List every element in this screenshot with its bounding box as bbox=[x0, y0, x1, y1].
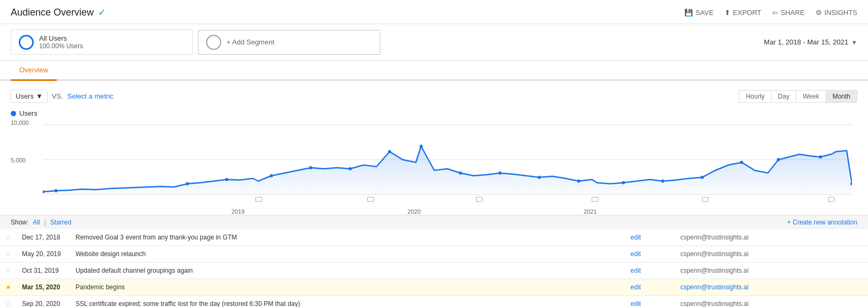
insights-button[interactable]: ⚙ INSIGHTS bbox=[816, 9, 857, 17]
page-title: Audience Overview bbox=[11, 7, 94, 18]
svg-point-11 bbox=[419, 145, 422, 148]
svg-point-7 bbox=[270, 174, 273, 177]
separator: | bbox=[44, 219, 46, 226]
metric-dropdown[interactable]: Users ▼ bbox=[11, 89, 48, 103]
segment-name: All Users bbox=[39, 34, 83, 42]
show-label: Show: bbox=[11, 219, 28, 226]
segment-circle bbox=[19, 35, 34, 50]
svg-point-13 bbox=[499, 171, 502, 175]
annotation-email: cspenn@trustinsights.ai bbox=[675, 246, 868, 263]
year-2019: 2019 bbox=[231, 208, 244, 215]
svg-point-4 bbox=[55, 189, 58, 192]
time-btn-week[interactable]: Week bbox=[796, 90, 826, 103]
time-btn-day[interactable]: Day bbox=[772, 90, 796, 103]
add-segment-button[interactable]: + Add Segment bbox=[198, 30, 380, 55]
export-icon: ⬆ bbox=[724, 9, 730, 17]
annotation-email: cspenn@trustinsights.ai bbox=[675, 296, 868, 308]
svg-point-16 bbox=[622, 181, 625, 184]
annotations-table: ☆ Dec 17, 2018 Removed Goal 3 event from… bbox=[0, 229, 868, 307]
annotation-description: Updated default channel groupings again bbox=[70, 263, 625, 279]
time-btn-hourly[interactable]: Hourly bbox=[739, 90, 772, 103]
svg-point-5 bbox=[186, 182, 189, 185]
metric-dropdown-label: Users bbox=[16, 92, 34, 100]
svg-point-9 bbox=[349, 167, 352, 170]
year-2021: 2021 bbox=[584, 208, 597, 215]
chevron-down-icon: ▼ bbox=[851, 39, 857, 46]
active-segment: All Users 100.00% Users bbox=[11, 29, 193, 55]
annotation-edit-button[interactable]: edit bbox=[625, 229, 675, 246]
vs-label: VS. bbox=[52, 92, 63, 100]
starred-annotations-button[interactable]: Starred bbox=[50, 219, 71, 226]
annotation-edit-button[interactable]: edit bbox=[625, 246, 675, 263]
select-metric-button[interactable]: Select a metric bbox=[67, 92, 114, 100]
table-row: ☆ May 20, 2019 Website design relaunch e… bbox=[0, 246, 868, 263]
header-actions: 💾 SAVE ⬆ EXPORT ⇦ SHARE ⚙ INSIGHTS bbox=[684, 9, 857, 17]
year-labels: 2019 2020 2021 bbox=[43, 208, 852, 215]
svg-rect-26 bbox=[592, 197, 598, 201]
legend-label: Users bbox=[19, 109, 37, 117]
metric-selector: Users ▼ VS. Select a metric bbox=[11, 89, 114, 103]
time-btn-month[interactable]: Month bbox=[826, 90, 857, 103]
users-legend: Users bbox=[11, 109, 857, 117]
save-button[interactable]: 💾 SAVE bbox=[684, 9, 714, 17]
annotation-description: Pandemic begins bbox=[70, 279, 625, 296]
annotation-description: Website design relaunch bbox=[70, 246, 625, 263]
svg-point-8 bbox=[309, 166, 312, 169]
svg-point-17 bbox=[661, 179, 665, 183]
annotation-date: Sep 20, 2020 bbox=[17, 296, 70, 308]
y-axis-top: 10,000 bbox=[11, 119, 29, 126]
insights-icon: ⚙ bbox=[816, 9, 822, 17]
star-cell[interactable]: ☆ bbox=[0, 263, 17, 279]
table-row: ★ Mar 15, 2020 Pandemic begins edit cspe… bbox=[0, 279, 868, 296]
time-buttons: Hourly Day Week Month bbox=[739, 90, 857, 103]
y-axis: 10,000 5,000 bbox=[11, 119, 29, 205]
svg-point-18 bbox=[700, 176, 704, 179]
add-segment-circle bbox=[206, 35, 221, 50]
annotation-date: May 20, 2019 bbox=[17, 246, 70, 263]
all-annotations-button[interactable]: All bbox=[33, 219, 40, 226]
add-segment-label: + Add Segment bbox=[227, 38, 274, 46]
table-row: ☆ Dec 17, 2018 Removed Goal 3 event from… bbox=[0, 229, 868, 246]
svg-point-6 bbox=[225, 178, 228, 181]
annotation-edit-button[interactable]: edit bbox=[625, 296, 675, 308]
annotation-edit-button[interactable]: edit bbox=[625, 263, 675, 279]
svg-rect-23 bbox=[255, 197, 262, 201]
tabs-row: Overview bbox=[0, 61, 868, 81]
svg-point-20 bbox=[777, 158, 780, 161]
star-cell[interactable]: ★ bbox=[0, 279, 17, 296]
annotation-email: cspenn@trustinsights.ai bbox=[675, 229, 868, 246]
star-cell[interactable]: ☆ bbox=[0, 296, 17, 308]
annotation-edit-button[interactable]: edit bbox=[625, 279, 675, 296]
svg-point-10 bbox=[388, 150, 391, 153]
annotation-description: SSL certificate expired; some traffic lo… bbox=[70, 296, 625, 308]
date-range-text: Mar 1, 2018 - Mar 15, 2021 bbox=[764, 38, 849, 46]
chart-area: Users ▼ VS. Select a metric Hourly Day W… bbox=[0, 81, 868, 215]
svg-point-19 bbox=[740, 161, 743, 164]
star-cell[interactable]: ☆ bbox=[0, 229, 17, 246]
annotations-bar: Show: All | Starred + Create new annotat… bbox=[0, 215, 868, 229]
segment-info: All Users 100.00% Users bbox=[39, 34, 83, 50]
header-left: Audience Overview ✓ bbox=[11, 6, 106, 18]
svg-point-15 bbox=[577, 179, 580, 183]
annotation-email: cspenn@trustinsights.ai bbox=[675, 263, 868, 279]
svg-rect-24 bbox=[367, 197, 374, 201]
share-button[interactable]: ⇦ SHARE bbox=[772, 9, 805, 17]
create-annotation-button[interactable]: + Create new annotation bbox=[787, 219, 857, 226]
share-icon: ⇦ bbox=[772, 9, 778, 17]
verified-icon: ✓ bbox=[98, 6, 106, 18]
svg-point-12 bbox=[459, 171, 462, 175]
chart-container: 10,000 5,000 bbox=[11, 119, 857, 215]
segment-pct: 100.00% Users bbox=[39, 42, 83, 50]
annotation-date: Dec 17, 2018 bbox=[17, 229, 70, 246]
header: Audience Overview ✓ 💾 SAVE ⬆ EXPORT ⇦ SH… bbox=[0, 0, 868, 24]
svg-point-14 bbox=[538, 176, 541, 179]
tab-overview[interactable]: Overview bbox=[11, 61, 57, 81]
date-range-selector[interactable]: Mar 1, 2018 - Mar 15, 2021 ▼ bbox=[764, 38, 857, 46]
svg-rect-28 bbox=[828, 197, 835, 201]
annotation-description: Removed Goal 3 event from any thank-you … bbox=[70, 229, 625, 246]
insights-label: INSIGHTS bbox=[825, 9, 857, 17]
star-cell[interactable]: ☆ bbox=[0, 246, 17, 263]
save-label: SAVE bbox=[696, 9, 714, 17]
dropdown-arrow-icon: ▼ bbox=[36, 92, 43, 100]
export-button[interactable]: ⬆ EXPORT bbox=[724, 9, 761, 17]
